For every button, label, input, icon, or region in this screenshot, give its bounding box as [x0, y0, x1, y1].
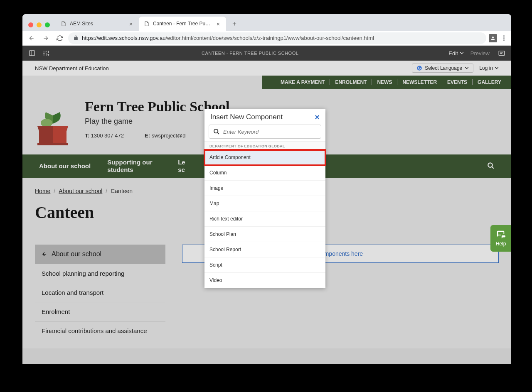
language-select[interactable]: Select Language: [412, 64, 473, 73]
component-option-image[interactable]: Image: [204, 181, 325, 196]
aem-page-title: CANTEEN - FERN TREE PUBLIC SCHOOL: [52, 51, 448, 56]
chat-icon: [496, 230, 505, 239]
svg-rect-16: [39, 126, 53, 143]
tab-bar: AEM Sites × Canteen - Fern Tree Public S…: [22, 14, 511, 31]
edit-mode-button[interactable]: Edit: [448, 50, 463, 56]
tab-title: AEM Sites: [70, 21, 125, 27]
tab-title: Canteen - Fern Tree Public Sch: [153, 21, 212, 27]
sidebar-item[interactable]: Location and transport: [35, 283, 165, 302]
insert-component-modal: Insert New Component × DEPARTMENT OF EDU…: [204, 109, 325, 288]
component-option-schoolreport[interactable]: School Report: [204, 242, 325, 257]
address-bar: https://edit.sws.schools.nsw.gov.au/edit…: [22, 31, 511, 46]
search-icon: [213, 128, 220, 135]
help-tab[interactable]: Help: [490, 225, 511, 252]
svg-rect-17: [53, 126, 66, 143]
email: E: swsproject@d: [145, 132, 185, 139]
component-option-video[interactable]: Video: [204, 273, 325, 288]
sidebar-item[interactable]: School planning and reporting: [35, 264, 165, 283]
component-list: Article Component Column Image Map Rich …: [204, 150, 325, 288]
nav-learning[interactable]: Le sc: [178, 159, 185, 174]
utility-nav: MAKE A PAYMENT ENROLMENT NEWS NEWSLETTER…: [262, 76, 511, 89]
arrow-left-icon: [42, 251, 47, 257]
close-icon[interactable]: ×: [215, 21, 221, 27]
nav-supporting[interactable]: Supporting our students: [107, 159, 161, 174]
modal-close-button[interactable]: ×: [315, 113, 320, 121]
side-panel-icon[interactable]: [27, 48, 37, 59]
url-field[interactable]: https://edit.sws.schools.nsw.gov.au/edit…: [68, 32, 486, 44]
search-button[interactable]: [487, 162, 495, 171]
forward-button[interactable]: [40, 32, 52, 44]
sidebar-item[interactable]: Enrolment: [35, 302, 165, 321]
close-window-icon[interactable]: [28, 22, 33, 27]
maximize-window-icon[interactable]: [45, 22, 50, 27]
chevron-down-icon: [460, 52, 464, 54]
browser-menu-button[interactable]: [500, 34, 508, 42]
nav-gallery[interactable]: GALLERY: [473, 79, 506, 85]
school-logo: [35, 99, 71, 147]
sidebar: About our school School planning and rep…: [35, 245, 165, 340]
phone: T: 1300 307 472: [85, 132, 124, 139]
nav-payment[interactable]: MAKE A PAYMENT: [276, 79, 330, 85]
minimize-window-icon[interactable]: [37, 22, 42, 27]
svg-rect-18: [37, 143, 68, 145]
nav-enrolment[interactable]: ENROLMENT: [330, 79, 372, 85]
component-group-label: DEPARTMENT OF EDUCATION GLOBAL: [204, 141, 325, 150]
chevron-down-icon: [465, 67, 469, 69]
close-icon[interactable]: ×: [128, 21, 134, 27]
modal-search[interactable]: [209, 125, 321, 139]
lock-icon: [73, 35, 79, 41]
utility-bar: NSW Department of Education Select Langu…: [22, 61, 511, 76]
file-icon: [61, 21, 66, 27]
component-option-article[interactable]: Article Component: [204, 150, 325, 165]
window-controls: [28, 22, 50, 27]
back-button[interactable]: [26, 32, 37, 44]
annotate-icon[interactable]: [496, 48, 507, 59]
svg-line-22: [217, 132, 219, 134]
nav-events[interactable]: EVENTS: [442, 79, 473, 85]
chevron-down-icon: [495, 67, 499, 69]
extension-icon[interactable]: [489, 34, 497, 42]
breadcrumb-current: Canteen: [111, 188, 133, 194]
component-option-schoolplan[interactable]: School Plan: [204, 227, 325, 242]
search-input[interactable]: [223, 129, 317, 135]
login-link[interactable]: Log in: [479, 65, 499, 71]
svg-point-15: [41, 119, 52, 127]
nav-about[interactable]: About our school: [39, 162, 91, 170]
file-icon: [144, 21, 150, 27]
svg-point-19: [488, 163, 493, 167]
component-option-column[interactable]: Column: [204, 165, 325, 181]
modal-title: Insert New Component: [210, 113, 315, 121]
svg-rect-0: [30, 51, 34, 56]
component-option-richtext[interactable]: Rich text editor: [204, 211, 325, 227]
new-tab-button[interactable]: ＋: [229, 18, 240, 29]
search-icon: [487, 162, 495, 169]
url-text: https://edit.sws.schools.nsw.gov.au/edit…: [82, 35, 374, 41]
svg-point-21: [214, 129, 218, 133]
nav-news[interactable]: NEWS: [372, 79, 397, 85]
preview-button[interactable]: Preview: [470, 50, 490, 56]
tab-aem-sites[interactable]: AEM Sites ×: [56, 17, 139, 31]
component-option-script[interactable]: Script: [204, 257, 325, 273]
google-icon: [416, 65, 422, 71]
component-option-map[interactable]: Map: [204, 196, 325, 211]
sidebar-item[interactable]: Financial contributions and assistance: [35, 321, 165, 340]
dept-label: NSW Department of Education: [35, 65, 412, 71]
sliders-icon[interactable]: [41, 48, 52, 59]
breadcrumb-about[interactable]: About our school: [59, 188, 102, 194]
breadcrumb-home[interactable]: Home: [35, 188, 50, 194]
aem-topbar: CANTEEN - FERN TREE PUBLIC SCHOOL Edit P…: [22, 46, 511, 61]
tab-canteen[interactable]: Canteen - Fern Tree Public Sch ×: [139, 17, 226, 31]
svg-line-20: [492, 167, 494, 169]
sidebar-item-active[interactable]: About our school: [35, 245, 165, 264]
nav-newsletter[interactable]: NEWSLETTER: [397, 79, 442, 85]
reload-button[interactable]: [54, 32, 66, 44]
